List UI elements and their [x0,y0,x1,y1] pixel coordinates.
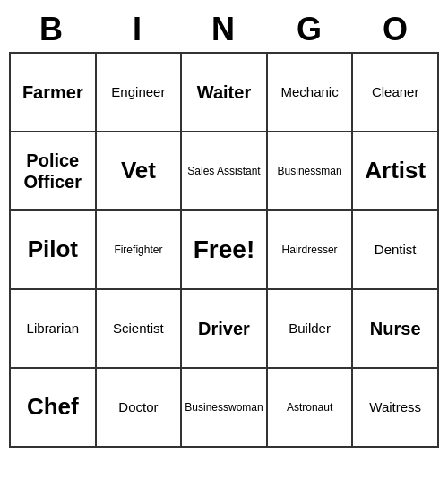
bingo-cell: Scientist [97,290,183,369]
cell-text: Farmer [22,81,83,103]
cell-text: Cleaner [372,84,419,100]
bingo-cell: Dentist [353,211,439,290]
bingo-cell: Cleaner [353,54,439,132]
cell-text: Firefighter [114,244,162,256]
bingo-cell: Pilot [11,211,97,290]
bingo-cell: Nurse [353,290,439,369]
cell-text: Waiter [197,81,251,103]
cell-text: Chef [27,393,79,421]
bingo-cell: Doctor [97,369,183,448]
bingo-cell: Chef [11,369,97,448]
cell-text: Businesswoman [185,401,263,414]
cell-text: Engineer [111,84,165,100]
bingo-cell: Librarian [11,290,97,369]
cell-text: Free! [194,235,254,265]
header-letter: B [9,7,95,52]
cell-text: Builder [289,320,331,337]
cell-text: Dentist [375,242,417,258]
bingo-grid: FarmerEngineerWaiterMechanicCleanerPolic… [9,52,439,448]
bingo-cell: Sales Assistant [182,132,268,211]
cell-text: Driver [198,318,250,339]
cell-text: Businessman [278,165,342,177]
bingo-cell: Waiter [182,54,268,132]
cell-text: Librarian [27,320,79,337]
cell-text: Vet [121,157,156,184]
header-letter: N [181,7,267,52]
bingo-cell: Farmer [11,54,97,132]
cell-text: Pilot [28,235,78,263]
bingo-cell: Vet [97,132,183,211]
cell-text: Astronaut [287,401,332,414]
bingo-cell: Astronaut [268,369,354,448]
bingo-card: BINGO FarmerEngineerWaiterMechanicCleane… [9,7,439,448]
header-letter: I [95,7,181,52]
header-letter: O [353,7,439,52]
cell-text: Nurse [370,318,421,339]
bingo-cell: Hairdresser [268,211,354,290]
cell-text: Doctor [118,399,158,415]
cell-text: Scientist [113,320,164,337]
cell-text: Police Officer [13,150,92,192]
bingo-cell: Firefighter [97,211,183,290]
cell-text: Artist [365,157,426,184]
cell-text: Sales Assistant [187,165,260,177]
cell-text: Hairdresser [282,244,338,256]
cell-text: Waitress [369,399,421,415]
bingo-cell: Engineer [97,54,183,132]
bingo-cell: Businesswoman [182,369,268,448]
bingo-header: BINGO [9,7,439,52]
bingo-cell: Free! [182,211,268,290]
bingo-cell: Mechanic [268,54,354,132]
bingo-cell: Driver [182,290,268,369]
cell-text: Mechanic [280,84,338,100]
header-letter: G [267,7,353,52]
bingo-cell: Waitress [353,369,439,448]
bingo-cell: Police Officer [11,132,97,211]
bingo-cell: Builder [268,290,354,369]
bingo-cell: Businessman [268,132,354,211]
bingo-cell: Artist [353,132,439,211]
